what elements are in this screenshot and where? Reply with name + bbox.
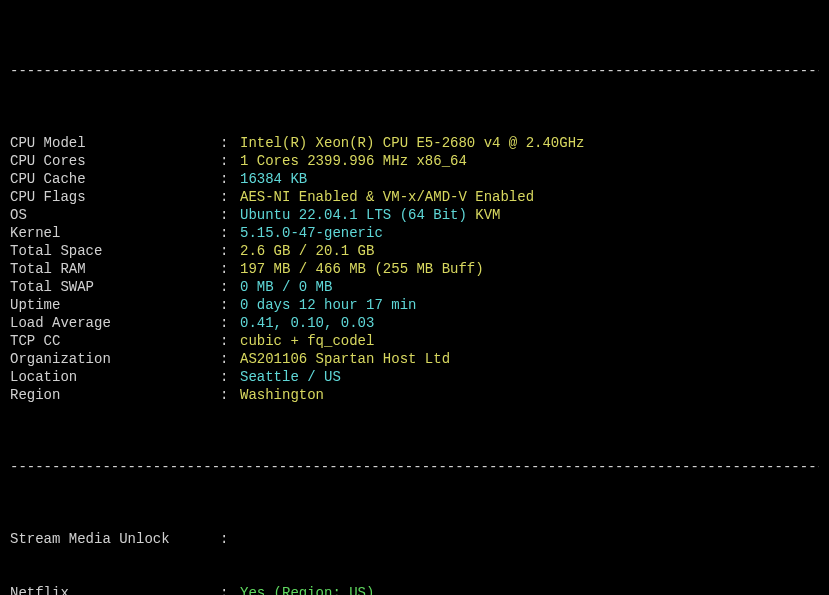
stream-row: Netflix: Yes (Region: US) xyxy=(10,584,819,595)
sysinfo-label: CPU Cache xyxy=(10,170,220,188)
sysinfo-value-part: KVM xyxy=(475,206,500,224)
colon: : xyxy=(220,188,240,206)
sysinfo-label: Total SWAP xyxy=(10,278,220,296)
sysinfo-value: cubic + fq_codel xyxy=(240,332,374,350)
sysinfo-value: Seattle / US xyxy=(240,368,341,386)
colon: : xyxy=(220,368,240,386)
sysinfo-value: 0 days 12 hour 17 min xyxy=(240,296,416,314)
sysinfo-label: CPU Flags xyxy=(10,188,220,206)
colon: : xyxy=(220,152,240,170)
stream-label: Netflix xyxy=(10,584,220,595)
sysinfo-value: 0 MB / 0 MB xyxy=(240,278,332,296)
divider: ----------------------------------------… xyxy=(10,458,819,476)
sysinfo-label: CPU Model xyxy=(10,134,220,152)
colon: : xyxy=(220,386,240,404)
colon: : xyxy=(220,260,240,278)
sysinfo-row: Total RAM: 197 MB / 466 MB (255 MB Buff) xyxy=(10,260,819,278)
sysinfo-label: Total RAM xyxy=(10,260,220,278)
colon: : xyxy=(220,224,240,242)
sysinfo-value: Washington xyxy=(240,386,324,404)
colon: : xyxy=(220,296,240,314)
colon: : xyxy=(220,170,240,188)
sysinfo-row: CPU Model: Intel(R) Xeon(R) CPU E5-2680 … xyxy=(10,134,819,152)
stream-value: Yes (Region: US) xyxy=(240,584,374,595)
sysinfo-value: 0.41, 0.10, 0.03 xyxy=(240,314,374,332)
sysinfo-row: Organization: AS201106 Spartan Host Ltd xyxy=(10,350,819,368)
sysinfo-row: Region: Washington xyxy=(10,386,819,404)
stream-header-row: Stream Media Unlock: xyxy=(10,530,819,548)
colon: : xyxy=(220,206,240,224)
divider: ----------------------------------------… xyxy=(10,62,819,80)
sysinfo-row: CPU Cache: 16384 KB xyxy=(10,170,819,188)
sysinfo-value: AES-NI Enabled & VM-x/AMD-V Enabled xyxy=(240,188,534,206)
colon: : xyxy=(220,242,240,260)
sysinfo-label: CPU Cores xyxy=(10,152,220,170)
colon: : xyxy=(220,530,240,548)
sysinfo-label: Location xyxy=(10,368,220,386)
sysinfo-label: TCP CC xyxy=(10,332,220,350)
sysinfo-row: CPU Flags: AES-NI Enabled & VM-x/AMD-V E… xyxy=(10,188,819,206)
colon: : xyxy=(220,134,240,152)
sysinfo-row: Kernel: 5.15.0-47-generic xyxy=(10,224,819,242)
sysinfo-value: AS201106 Spartan Host Ltd xyxy=(240,350,450,368)
sysinfo-row: Location: Seattle / US xyxy=(10,368,819,386)
sysinfo-row: Load Average: 0.41, 0.10, 0.03 xyxy=(10,314,819,332)
colon: : xyxy=(220,584,240,595)
sysinfo-value: 1 Cores 2399.996 MHz x86_64 xyxy=(240,152,467,170)
sysinfo-row: Total Space: 2.6 GB / 20.1 GB xyxy=(10,242,819,260)
sysinfo-label: Organization xyxy=(10,350,220,368)
stream-header-label: Stream Media Unlock xyxy=(10,530,220,548)
terminal-output: ----------------------------------------… xyxy=(0,0,829,595)
sysinfo-label: OS xyxy=(10,206,220,224)
sysinfo-value-part: Ubuntu 22.04.1 LTS (64 Bit) xyxy=(240,206,475,224)
sysinfo-row: TCP CC: cubic + fq_codel xyxy=(10,332,819,350)
sysinfo-value: 2.6 GB / 20.1 GB xyxy=(240,242,374,260)
sysinfo-label: Uptime xyxy=(10,296,220,314)
sysinfo-row: Total SWAP: 0 MB / 0 MB xyxy=(10,278,819,296)
sysinfo-row: Uptime: 0 days 12 hour 17 min xyxy=(10,296,819,314)
sysinfo-row: CPU Cores: 1 Cores 2399.996 MHz x86_64 xyxy=(10,152,819,170)
sysinfo-value: 197 MB / 466 MB (255 MB Buff) xyxy=(240,260,484,278)
sysinfo-value: 16384 KB xyxy=(240,170,307,188)
colon: : xyxy=(220,350,240,368)
colon: : xyxy=(220,278,240,296)
sysinfo-label: Kernel xyxy=(10,224,220,242)
sysinfo-value: Intel(R) Xeon(R) CPU E5-2680 v4 @ 2.40GH… xyxy=(240,134,584,152)
sysinfo-label: Total Space xyxy=(10,242,220,260)
sysinfo-value: 5.15.0-47-generic xyxy=(240,224,383,242)
sysinfo-label: Region xyxy=(10,386,220,404)
sysinfo-row: OS: Ubuntu 22.04.1 LTS (64 Bit) KVM xyxy=(10,206,819,224)
colon: : xyxy=(220,332,240,350)
sysinfo-label: Load Average xyxy=(10,314,220,332)
colon: : xyxy=(220,314,240,332)
